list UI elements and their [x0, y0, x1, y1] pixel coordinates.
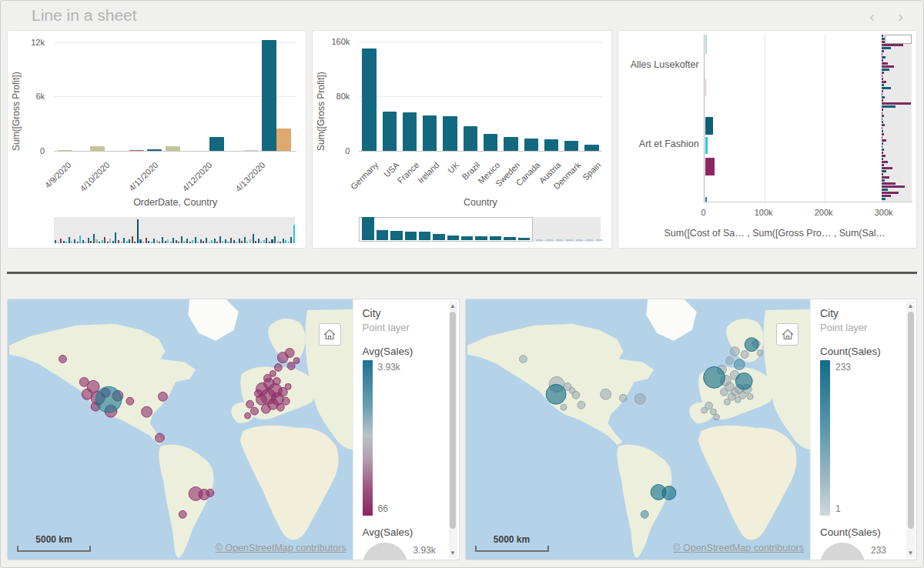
bar[interactable]	[705, 35, 707, 54]
map-bubble[interactable]	[519, 356, 527, 363]
map-bubble[interactable]	[179, 510, 186, 518]
map-bubble[interactable]	[747, 393, 753, 399]
bar[interactable]	[544, 139, 558, 151]
map-bubble[interactable]	[206, 489, 214, 497]
map-bubble[interactable]	[713, 414, 719, 420]
next-sheet-icon[interactable]: ›	[898, 8, 903, 24]
scroll-down-icon[interactable]: ▼	[906, 550, 915, 556]
bar[interactable]	[484, 134, 497, 151]
map-bubble[interactable]	[261, 404, 270, 413]
navigator-bar	[203, 241, 204, 243]
map-bubble[interactable]	[274, 364, 282, 372]
map-bubble[interactable]	[725, 357, 733, 365]
bar[interactable]	[524, 139, 538, 151]
map-bubble[interactable]	[245, 413, 251, 419]
map-bubble[interactable]	[720, 388, 728, 396]
map-bubble[interactable]	[293, 358, 300, 364]
navigator-window[interactable]	[885, 35, 912, 44]
map-bubble[interactable]	[126, 397, 134, 405]
attribution-link[interactable]: © OpenStreetMap contributors	[216, 543, 346, 553]
map-bubble[interactable]	[285, 349, 294, 358]
navigator-bar	[107, 242, 109, 243]
chart-scroll-navigator[interactable]	[54, 217, 295, 243]
bar[interactable]	[705, 137, 708, 154]
bar[interactable]	[504, 137, 517, 151]
bar[interactable]	[564, 141, 578, 151]
bar[interactable]	[243, 150, 258, 151]
bar[interactable]	[705, 79, 707, 96]
map-bubble[interactable]	[285, 383, 291, 389]
scroll-up-icon[interactable]: ▲	[906, 302, 915, 309]
bar[interactable]	[705, 197, 707, 202]
map-bubble[interactable]	[546, 384, 566, 404]
bar[interactable]	[58, 150, 72, 151]
sheet-nav: ‹ ›	[869, 8, 903, 24]
map-bubble[interactable]	[745, 338, 758, 352]
navigator-bar	[186, 239, 188, 243]
map-bubble[interactable]	[724, 399, 730, 405]
scroll-thumb[interactable]	[450, 312, 456, 529]
map-bubble[interactable]	[641, 510, 648, 518]
bar[interactable]	[166, 146, 180, 151]
bar[interactable]	[464, 126, 477, 151]
map-bubble[interactable]	[273, 377, 280, 385]
map-bubble[interactable]	[619, 394, 627, 402]
map-bubble[interactable]	[662, 486, 676, 500]
scroll-up-icon[interactable]: ▲	[449, 302, 457, 309]
map-attribution[interactable]: © OpenStreetMap contributors	[673, 543, 804, 553]
bar[interactable]	[705, 117, 713, 135]
chart-scroll-navigator[interactable]	[882, 35, 912, 202]
bar[interactable]	[209, 137, 224, 151]
legend-scrollbar[interactable]: ▲ ▼	[449, 301, 457, 558]
bar[interactable]	[584, 145, 598, 151]
map-bubble[interactable]	[741, 351, 748, 359]
map-bubble[interactable]	[730, 347, 739, 356]
map-bubble[interactable]	[282, 397, 290, 405]
map-bubble[interactable]	[95, 386, 122, 413]
map-bubble[interactable]	[757, 350, 763, 356]
map-bubble[interactable]	[735, 373, 752, 389]
bar[interactable]	[129, 150, 144, 151]
bar[interactable]	[362, 48, 376, 151]
map-bubble[interactable]	[158, 392, 167, 401]
map-bubble[interactable]	[600, 389, 611, 399]
map-bubble[interactable]	[287, 363, 295, 370]
map-bubble[interactable]	[701, 407, 707, 413]
navigator-track[interactable]	[533, 217, 601, 242]
bar[interactable]	[383, 112, 397, 151]
attribution-link[interactable]: © OpenStreetMap contributors	[673, 543, 804, 553]
prev-sheet-icon[interactable]: ‹	[869, 8, 875, 24]
map-bubble[interactable]	[571, 391, 579, 399]
map-bubble[interactable]	[59, 356, 66, 363]
map-bubble[interactable]	[156, 433, 165, 443]
map-bubble[interactable]	[561, 404, 567, 410]
bar[interactable]	[147, 149, 162, 151]
map-bubble[interactable]	[255, 389, 263, 397]
map-bubble[interactable]	[142, 406, 152, 417]
bar[interactable]	[443, 116, 457, 151]
bar[interactable]	[276, 129, 291, 151]
chart-scroll-navigator[interactable]	[359, 217, 600, 242]
navigator-bar	[882, 56, 886, 58]
legend-scrollbar[interactable]: ▲ ▼	[906, 301, 915, 558]
scroll-down-icon[interactable]: ▼	[449, 550, 457, 556]
navigator-window[interactable]	[359, 217, 533, 242]
map-bubble[interactable]	[734, 359, 745, 370]
bar[interactable]	[90, 146, 105, 151]
scroll-thumb[interactable]	[908, 312, 914, 529]
map-home-button[interactable]	[319, 323, 341, 346]
map-bubble[interactable]	[246, 400, 254, 408]
bar[interactable]	[423, 115, 437, 151]
map-home-button[interactable]	[776, 323, 798, 346]
map-bubble[interactable]	[703, 366, 725, 388]
navigator-bar	[126, 241, 128, 243]
map-bubble[interactable]	[251, 407, 259, 415]
map-bubble[interactable]	[263, 374, 271, 382]
map-bubble[interactable]	[276, 403, 284, 411]
map-bubble[interactable]	[634, 393, 645, 404]
map-bubble[interactable]	[577, 401, 584, 409]
bar[interactable]	[705, 158, 715, 175]
bar[interactable]	[262, 40, 276, 151]
bar[interactable]	[403, 112, 417, 151]
map-attribution[interactable]: © OpenStreetMap contributors	[216, 543, 346, 553]
